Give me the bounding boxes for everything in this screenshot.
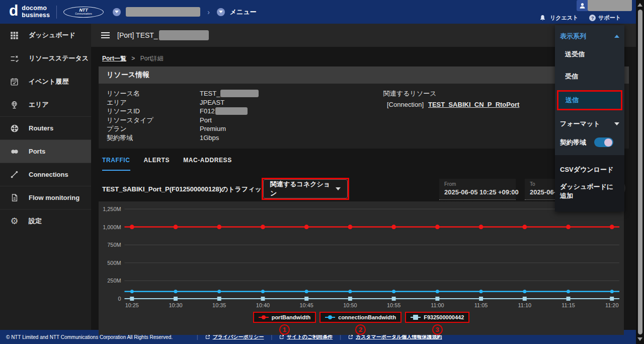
external-link-icon — [279, 334, 284, 339]
related-resources-title: 関連するリソース — [383, 89, 519, 98]
ntt-communications-logo: NTT Communications — [63, 7, 104, 18]
question-icon: ? — [589, 15, 596, 21]
requests-link[interactable]: リクエスト — [538, 14, 578, 22]
contract-bandwidth-toggle[interactable] — [594, 137, 613, 147]
redacted-resource-id — [215, 107, 248, 115]
footer-divider: | — [197, 334, 198, 340]
svg-text:1,250M: 1,250M — [103, 206, 121, 212]
document-icon — [10, 193, 19, 202]
legend-item-port-bandwidth[interactable]: portBandwidth — [253, 312, 316, 323]
docomo-business-logo[interactable]: d docomo business — [9, 5, 50, 19]
scroll-up-arrow-icon[interactable] — [637, 3, 642, 7]
external-link-icon — [205, 334, 210, 339]
sidebar-item-event-history[interactable]: イベント履歴 — [0, 70, 91, 93]
resource-fields: リソース名 TEST_ エリア JPEAST リソースID F012 リソー — [107, 89, 368, 142]
sidebar: ダッシュボード リソースステータス イベント履歴 エリア — [0, 24, 91, 330]
add-to-dashboard-button[interactable]: ダッシュボードに追加 — [560, 178, 619, 204]
legend-column-port-bandwidth: portBandwidth 1 — [253, 312, 316, 335]
tab-alerts[interactable]: ALERTS — [144, 157, 170, 171]
format-section-header[interactable]: フォーマット — [560, 119, 619, 128]
breadcrumb-current: Port詳細 — [140, 55, 164, 62]
support-link[interactable]: ? サポート — [589, 14, 621, 22]
sidebar-item-area[interactable]: エリア — [0, 93, 91, 116]
menu-option-send-selected[interactable]: 送信 — [557, 90, 622, 110]
menu-actions-section: CSVダウンロード ダッシュボードに追加 — [555, 155, 624, 212]
connections-icon — [10, 170, 19, 179]
breadcrumb-port-list-link[interactable]: Port一覧 — [102, 55, 126, 62]
menu-selector-chevron-icon[interactable] — [217, 8, 225, 16]
chevron-down-icon — [614, 122, 619, 125]
tab-mac-address[interactable]: MAC-ADDRESS — [183, 157, 232, 171]
redacted-user-name — [588, 0, 632, 11]
sidebar-item-ports[interactable]: Ports — [0, 140, 91, 163]
sidebar-item-flow-monitoring[interactable]: Flow monitoring — [0, 186, 91, 209]
csv-download-button[interactable]: CSVダウンロード — [560, 161, 619, 178]
related-resource-type: [Connection] — [387, 101, 424, 108]
svg-text:10:35: 10:35 — [212, 302, 226, 308]
series-section: 表示系列 送受信 受信 送信 フォーマット 契約帯域 — [555, 25, 624, 155]
contract-bandwidth-toggle-row: 契約帯域 — [560, 137, 619, 147]
breadcrumb-separator: > — [131, 55, 135, 62]
sidebar-item-routers[interactable]: Routers — [0, 116, 91, 140]
menu-option-both-directions[interactable]: 送受信 — [560, 46, 619, 63]
resource-info-title: リソース情報 — [99, 66, 629, 84]
from-datetime-field[interactable]: From 2025-06-05 10:25 +09:00 — [439, 179, 516, 200]
router-icon — [10, 124, 19, 133]
person-icon — [577, 0, 588, 11]
field-plan: プラン Premium — [107, 124, 368, 133]
field-area: エリア JPEAST — [107, 98, 368, 107]
annotation-box-connection-dropdown: 関連するコネクション — [262, 178, 349, 200]
topbar-divider — [56, 6, 57, 19]
sidebar-item-settings[interactable]: 設定 — [0, 209, 91, 232]
globe-icon — [10, 101, 19, 109]
svg-text:11:15: 11:15 — [561, 302, 575, 308]
menu-option-receive[interactable]: 受信 — [560, 68, 619, 85]
svg-text:0: 0 — [118, 296, 121, 302]
top-navbar: d docomo business NTT Communications › メ… — [0, 0, 644, 24]
app-window: d docomo business NTT Communications › メ… — [0, 0, 644, 344]
scrollbar-thumb[interactable] — [638, 10, 642, 334]
legend-item-connection-bandwidth[interactable]: connectionBandwidth — [319, 312, 401, 323]
topbar-navigation: › メニュー — [113, 7, 257, 17]
related-connection-link[interactable]: TEST_SABIKI_CN_P_RtoPort — [428, 101, 519, 108]
svg-text:11:10: 11:10 — [518, 302, 531, 308]
legend-column-connection-bandwidth: connectionBandwidth 2 — [319, 312, 401, 335]
series-section-header[interactable]: 表示系列 — [560, 32, 619, 41]
traffic-series-marker-icon — [411, 315, 421, 320]
sidebar-item-connections[interactable]: Connections — [0, 163, 91, 186]
user-account-chip[interactable] — [577, 0, 632, 12]
calendar-icon — [10, 78, 19, 86]
external-link-icon — [348, 334, 353, 339]
svg-text:10:50: 10:50 — [343, 302, 357, 308]
sidebar-item-dashboard[interactable]: ダッシュボード — [0, 24, 91, 47]
svg-text:11:00: 11:00 — [431, 302, 444, 308]
page-title: [Port] TEST_ — [117, 30, 209, 40]
legend-column-f932500000442: F932500000442 3 — [405, 312, 469, 335]
redacted-org-name[interactable] — [126, 7, 200, 17]
related-connection-dropdown[interactable]: 関連するコネクション — [263, 179, 348, 198]
legend-item-f932500000442[interactable]: F932500000442 — [405, 312, 469, 323]
svg-text:500M: 500M — [107, 260, 121, 266]
svg-text:250M: 250M — [107, 278, 121, 284]
topbar-menu-label[interactable]: メニュー — [230, 8, 257, 17]
svg-text:10:25: 10:25 — [125, 302, 139, 308]
scroll-down-arrow-icon[interactable] — [637, 337, 642, 341]
vertical-scrollbar[interactable] — [636, 0, 644, 344]
chart-legend: portBandwidth 1 connectionBandwidth 2 — [99, 312, 624, 335]
hamburger-menu-icon[interactable] — [101, 32, 110, 38]
sidebar-item-resource-status[interactable]: リソースステータス — [0, 47, 91, 70]
footer-divider: | — [271, 334, 273, 340]
grid-icon — [10, 31, 19, 40]
port-bandwidth-marker-icon — [259, 315, 269, 320]
docomo-business-wordmark: docomo business — [22, 5, 50, 19]
svg-text:10:55: 10:55 — [387, 302, 400, 308]
traffic-chart-title: TEST_SABIKI_Port_P(F012500000128)のトラフィック — [102, 185, 268, 194]
svg-text:750M: 750M — [107, 242, 121, 248]
tab-traffic[interactable]: TRAFFIC — [102, 157, 130, 171]
connection-bandwidth-marker-icon — [325, 315, 335, 320]
org-selector-chevron-icon[interactable] — [113, 8, 121, 16]
related-resource-row: [Connection] TEST_SABIKI_CN_P_RtoPort — [383, 101, 519, 108]
footer-divider: | — [340, 334, 341, 340]
main-layout: ダッシュボード リソースステータス イベント履歴 エリア — [0, 24, 644, 330]
svg-text:11:05: 11:05 — [474, 302, 488, 308]
